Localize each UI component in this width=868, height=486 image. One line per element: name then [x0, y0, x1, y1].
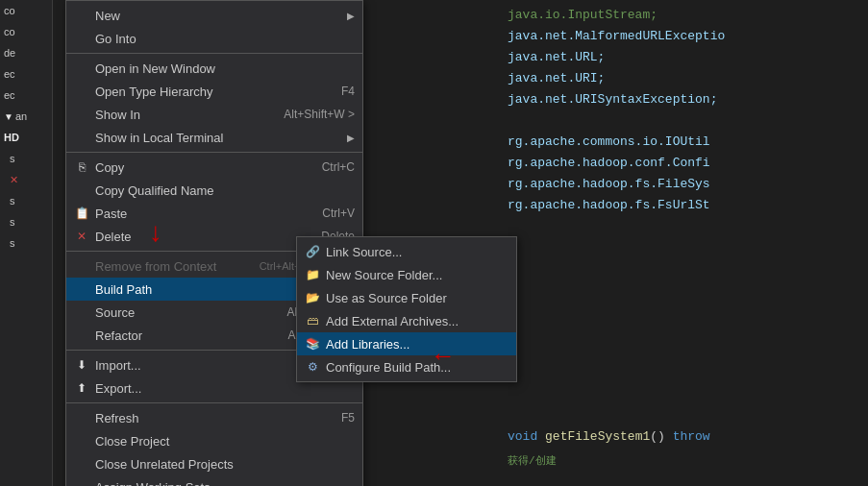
- refactor-icon: [74, 328, 89, 343]
- sidebar-item-5[interactable]: ec: [0, 85, 52, 106]
- menu-item-close-project[interactable]: Close Project: [66, 429, 362, 452]
- add-libraries-icon: 📚: [305, 336, 320, 352]
- code-line-13: [508, 258, 858, 279]
- terminal-icon: [74, 130, 89, 145]
- code-editor: java.io.InputStream; java.net.MalformedU…: [498, 0, 868, 486]
- sidebar-item-3[interactable]: de: [0, 42, 52, 63]
- separator-5: [66, 402, 362, 403]
- sidebar-item-2[interactable]: co: [0, 21, 52, 42]
- hierarchy-icon: [74, 84, 89, 99]
- close-unrelated-icon: [74, 456, 89, 472]
- code-line-14: [508, 279, 858, 301]
- paste-icon: 📋: [74, 206, 89, 221]
- code-line-1: java.io.InputStream;: [508, 5, 858, 26]
- remove-context-icon: [74, 258, 89, 274]
- sidebar-item-6[interactable]: ▼ an: [0, 106, 52, 127]
- source-icon: [74, 304, 89, 320]
- add-external-archives-icon: 🗃: [305, 313, 320, 328]
- delete-icon: ✕: [74, 229, 89, 244]
- assign-working-sets-icon: [74, 479, 89, 486]
- sidebar-item-1[interactable]: co: [0, 0, 52, 21]
- configure-build-path-icon: ⚙: [305, 359, 320, 375]
- submenu-item-configure-build-path[interactable]: ⚙ Configure Build Path...: [297, 355, 516, 378]
- sidebar-item-9[interactable]: ✕: [0, 169, 52, 190]
- go-into-icon: [74, 31, 89, 46]
- code-line-17: [508, 343, 858, 364]
- refresh-icon: [74, 410, 89, 425]
- menu-item-refresh[interactable]: Refresh F5: [66, 406, 362, 429]
- code-line-3: java.net.URL;: [508, 47, 858, 68]
- submenu-item-new-source-folder[interactable]: 📁 New Source Folder...: [297, 263, 516, 286]
- code-line-10: rg.apache.hadoop.fs.FsUrlSt: [508, 195, 858, 216]
- build-path-icon: [74, 281, 89, 297]
- sidebar-item-12[interactable]: s: [0, 232, 52, 254]
- menu-item-assign-working-sets[interactable]: Assign Working Sets...: [66, 475, 362, 486]
- new-source-folder-icon: 📁: [305, 267, 320, 282]
- sidebar-panel: co co de ec ec ▼ an HD s ✕ s s s: [0, 0, 53, 486]
- menu-item-new[interactable]: New ▶: [66, 4, 362, 27]
- copy-qualified-icon: [74, 182, 89, 198]
- chinese-comment: 获得/创建: [508, 450, 557, 472]
- show-in-icon: [74, 107, 89, 122]
- menu-item-go-into[interactable]: Go Into: [66, 27, 362, 50]
- menu-item-paste[interactable]: 📋 Paste Ctrl+V: [66, 202, 362, 225]
- code-line-12: [508, 237, 858, 258]
- code-line-5: java.net.URISyntaxException;: [508, 89, 858, 110]
- submenu-item-use-source-folder[interactable]: 📂 Use as Source Folder: [297, 286, 516, 309]
- sidebar-item-4[interactable]: ec: [0, 63, 52, 85]
- submenu-item-add-libraries[interactable]: 📚 Add Libraries...: [297, 332, 516, 355]
- expand-arrow-icon: ▼: [4, 111, 13, 122]
- submenu-item-add-external-archives[interactable]: 🗃 Add External Archives...: [297, 309, 516, 332]
- menu-item-copy[interactable]: ⎘ Copy Ctrl+C: [66, 156, 362, 179]
- code-line-11: [508, 216, 858, 237]
- code-line-8: rg.apache.hadoop.conf.Confi: [508, 153, 858, 174]
- code-line-9: rg.apache.hadoop.fs.FileSys: [508, 174, 858, 195]
- sidebar-item-7[interactable]: HD: [0, 127, 52, 148]
- submenu-item-link-source[interactable]: 🔗 Link Source...: [297, 240, 516, 263]
- separator-1: [66, 53, 362, 54]
- red-arrow-right: ←: [431, 341, 456, 371]
- bottom-code-line: void getFileSystem1() throw: [508, 426, 710, 448]
- use-source-folder-icon: 📂: [305, 290, 320, 305]
- code-line-4: java.net.URI;: [508, 68, 858, 89]
- menu-item-copy-qualified[interactable]: Copy Qualified Name: [66, 179, 362, 202]
- sidebar-item-8[interactable]: s: [0, 148, 52, 169]
- link-source-icon: 🔗: [305, 244, 320, 259]
- menu-item-show-local-terminal[interactable]: Show in Local Terminal ▶: [66, 126, 362, 149]
- submenu-arrow-icon: ▶: [347, 11, 355, 21]
- menu-item-open-type-hierarchy[interactable]: Open Type Hierarchy F4: [66, 80, 362, 103]
- menu-item-show-in[interactable]: Show In Alt+Shift+W >: [66, 103, 362, 126]
- copy-icon: ⎘: [74, 159, 89, 175]
- new-icon: [74, 8, 89, 23]
- menu-item-open-new-window[interactable]: Open in New Window: [66, 57, 362, 80]
- build-path-submenu: 🔗 Link Source... 📁 New Source Folder... …: [296, 236, 517, 382]
- export-icon: ⬆: [74, 380, 89, 396]
- sidebar-item-11[interactable]: s: [0, 211, 52, 232]
- menu-item-close-unrelated[interactable]: Close Unrelated Projects: [66, 452, 362, 475]
- sidebar-item-10[interactable]: s: [0, 190, 52, 211]
- separator-2: [66, 152, 362, 153]
- terminal-submenu-arrow-icon: ▶: [347, 133, 355, 143]
- code-line-6: [508, 110, 858, 132]
- code-line-7: rg.apache.commons.io.IOUtil: [508, 132, 858, 153]
- import-icon: ⬇: [74, 357, 89, 373]
- code-line-16: [508, 322, 858, 343]
- code-line-15: [508, 301, 858, 322]
- code-line-2: java.net.MalformedURLExceptio: [508, 26, 858, 47]
- close-project-icon: [74, 433, 89, 449]
- red-arrow-down: ↓: [149, 219, 162, 246]
- open-window-icon: [74, 61, 89, 76]
